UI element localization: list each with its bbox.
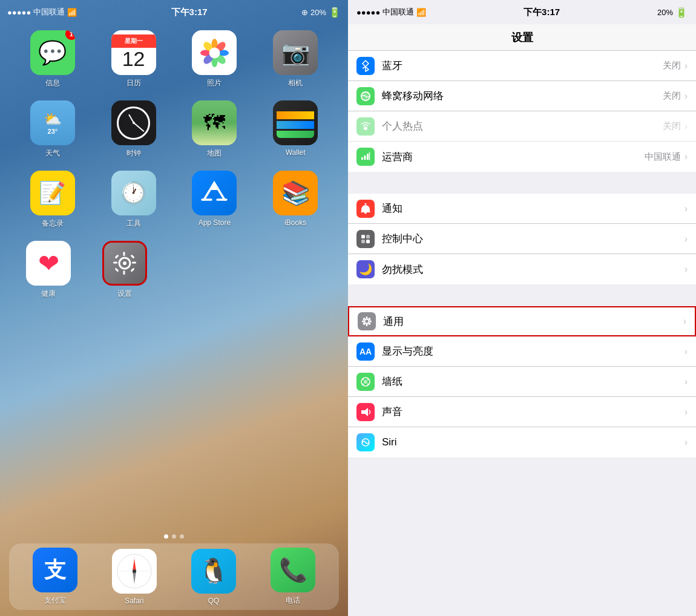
page-dots (0, 529, 348, 543)
settings-row-display[interactable]: AA 显示与亮度 › (348, 336, 696, 367)
hotspot-icon (356, 117, 375, 136)
settings-row-sound[interactable]: 声音 › (348, 397, 696, 427)
app-messages[interactable]: 💬 1 信息 (22, 30, 83, 88)
ibooks-icon: 📚 (281, 180, 310, 206)
hotspot-value: 关闭 (663, 120, 681, 132)
settings-icon-svg (110, 249, 139, 278)
app-ibooks[interactable]: 📚 iBooks (265, 171, 326, 227)
status-bar-right: ●●●●● 中国联通 📶 下午3:17 20% 🔋 (348, 0, 696, 24)
dock-safari[interactable]: Safari (104, 549, 165, 605)
siri-chevron: › (685, 437, 688, 448)
app-health[interactable]: ❤ 健康 (18, 241, 79, 299)
health-label: 健康 (41, 289, 56, 299)
status-bar-left: ●●●●● 中国联通 📶 下午3:17 ⊕ 20% 🔋 (0, 0, 348, 24)
photos-icon-svg (198, 36, 231, 70)
battery-area-right: 20% 🔋 (657, 7, 688, 18)
settings-row-controlcenter[interactable]: 控制中心 › (348, 224, 696, 254)
app-row-4: ❤ 健康 (12, 241, 336, 299)
time-right: 下午3:17 (524, 7, 560, 18)
battery-icon-right: 🔋 (675, 7, 688, 18)
svg-point-46 (367, 378, 369, 380)
svg-point-9 (209, 47, 220, 58)
cellular-value: 关闭 (663, 90, 681, 102)
notification-icon (356, 200, 375, 218)
separator-1 (348, 172, 696, 194)
settings-row-general[interactable]: 通用 › (348, 306, 696, 336)
ibooks-label: iBooks (284, 218, 306, 227)
settings-label: 设置 (117, 289, 132, 299)
svg-point-11 (123, 261, 126, 265)
settings-group-2: 通知 › 控制中心 › (348, 194, 696, 284)
bluetooth-value: 关闭 (663, 60, 681, 71)
app-clock[interactable]: 时钟 (103, 100, 164, 159)
app-calendar[interactable]: 星期一 12 日历 (103, 30, 164, 88)
carrier-signal-right: ●●●●● 中国联通 📶 (356, 7, 426, 18)
camera-icon: 📷 (281, 39, 310, 66)
battery-pct-right: 20% (657, 8, 673, 17)
settings-row-cellular[interactable]: 蜂窝移动网络 关闭 › (348, 81, 696, 111)
svg-rect-38 (369, 321, 372, 323)
dnd-icon: 🌙 (356, 260, 375, 278)
svg-point-26 (133, 569, 136, 573)
controlcenter-chevron: › (685, 234, 688, 244)
settings-group-3: 通用 › AA 显示与亮度 › (348, 306, 696, 457)
svg-rect-18 (114, 267, 119, 272)
cellular-svg (360, 91, 371, 102)
notification-svg (361, 203, 370, 214)
wallet-icon-inner (277, 108, 314, 138)
bluetooth-icon (356, 57, 375, 75)
settings-row-wallpaper[interactable]: 墙纸 › (348, 367, 696, 397)
app-photos[interactable]: 照片 (184, 30, 245, 88)
wifi-icon-right: 📶 (416, 8, 426, 17)
separator-2 (348, 285, 696, 306)
svg-rect-35 (366, 316, 368, 319)
camera-label: 相机 (288, 78, 303, 88)
hotspot-svg (360, 121, 371, 132)
weather-temp: 23° (48, 128, 58, 135)
carrier-name-left: 中国联通 (33, 7, 65, 18)
dock-qq[interactable]: 🐧 QQ (183, 549, 244, 605)
controlcenter-label: 控制中心 (382, 232, 685, 246)
app-notes[interactable]: 📝 备忘录 (22, 171, 83, 229)
home-screen: ●●●●● 中国联通 📶 下午3:17 ⊕ 20% 🔋 💬 1 信息 (0, 0, 348, 616)
carrier-name-right: 中国联通 (382, 7, 414, 18)
app-appstore[interactable]: App Store (184, 171, 245, 227)
dock-phone[interactable]: 📞 电话 (263, 548, 323, 606)
settings-row-hotspot[interactable]: 个人热点 关闭 › (348, 111, 696, 142)
battery-area-left: ⊕ 20% 🔋 (301, 7, 341, 18)
maps-icon: 🗺 (203, 110, 225, 136)
settings-row-siri[interactable]: Siri › (348, 427, 696, 457)
settings-row-notification[interactable]: 通知 › (348, 194, 696, 224)
svg-rect-17 (130, 254, 134, 258)
cellular-label: 蜂窝移动网络 (382, 89, 663, 103)
carrier-value: 中国联通 (645, 151, 681, 163)
sound-svg (360, 407, 371, 418)
app-maps[interactable]: 🗺 地图 (184, 100, 245, 159)
app-camera[interactable]: 📷 相机 (265, 30, 326, 88)
app-settings[interactable]: 设置 (94, 241, 155, 299)
settings-row-dnd[interactable]: 🌙 勿扰模式 › (348, 254, 696, 284)
svg-point-34 (365, 319, 369, 324)
cellular-icon (356, 87, 375, 105)
wallpaper-chevron: › (685, 376, 688, 387)
wallpaper-icon (356, 373, 375, 391)
settings-row-carrier[interactable]: 运营商 中国联通 › (348, 142, 696, 172)
weather-label: 天气 (45, 148, 60, 159)
general-gear-svg (361, 316, 372, 327)
dock-alipay[interactable]: 支 支付宝 (25, 548, 85, 606)
notification-label: 通知 (382, 202, 685, 215)
settings-row-bluetooth[interactable]: 蓝牙 关闭 › (348, 51, 696, 81)
calendar-day: 12 (122, 48, 145, 70)
app-tools[interactable]: 🕐 工具 (103, 171, 164, 229)
siri-icon (356, 433, 375, 451)
signal-dots-right: ●●●●● (356, 8, 380, 17)
calendar-weekday: 星期一 (111, 34, 156, 48)
general-label: 通用 (383, 315, 683, 329)
app-weather[interactable]: ⛅ 23° 天气 (22, 100, 83, 159)
app-wallet[interactable]: Wallet (265, 100, 326, 157)
bluetooth-chevron: › (685, 61, 688, 71)
wifi-icon-left: 📶 (67, 8, 77, 17)
dnd-moon-icon: 🌙 (359, 263, 372, 276)
settings-section-3: 通用 › AA 显示与亮度 › (348, 306, 696, 457)
svg-rect-19 (130, 267, 134, 272)
